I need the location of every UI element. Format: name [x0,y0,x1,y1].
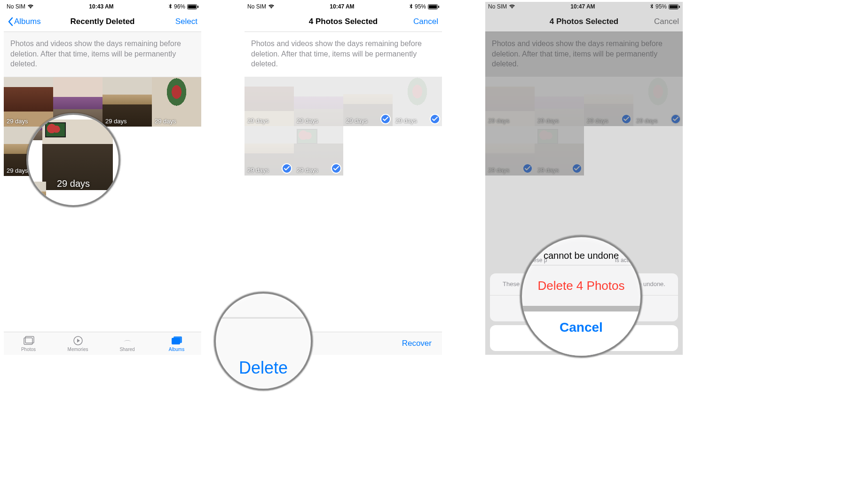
photo-thumb[interactable]: 29 days [343,77,393,126]
cancel-label: Cancel [413,17,438,26]
info-text: Photos and videos show the days remainin… [245,32,442,77]
days-label: 29 days [247,117,269,124]
delete-photos-label: Delete 4 Photos [522,265,640,306]
albums-icon [171,335,183,346]
nav-bar: 4 Photos Selected Cancel [485,11,683,32]
days-label: 29 days [155,118,176,125]
days-label: 29 days [346,117,368,124]
photo-thumb[interactable]: 29 days [103,77,152,127]
carrier-label: No SIM [247,3,266,10]
photos-icon [23,335,35,346]
photo-thumb[interactable]: 29 days [535,126,584,176]
days-label: 29 days [537,167,559,174]
photo-thumb[interactable]: 29 days [245,126,294,176]
photo-thumb[interactable]: 29 days [4,77,53,127]
recover-button[interactable]: Recover [402,339,432,348]
carrier-label: No SIM [7,3,25,10]
info-text: Photos and videos show the days remainin… [485,32,683,77]
photo-thumb[interactable]: 29 days [152,77,201,127]
status-bar: No SIM 10:47 AM 95% [245,2,442,11]
days-label: 29 days [297,167,318,174]
tab-memories[interactable]: Memories [53,332,103,355]
page-title: 4 Photos Selected [286,17,401,26]
checkmark-icon [430,114,440,124]
status-time: 10:47 AM [330,3,354,10]
photo-thumb[interactable]: 29 days [485,77,535,126]
tab-label: Memories [68,347,88,352]
photo-grid: 29 days 29 days 29 days 29 days 29 days … [485,77,683,176]
magnifier-callout: Delete [214,292,313,391]
days-label: 29 days [297,117,318,124]
tab-label: Photos [21,347,36,352]
days-label: 29 days [587,117,608,124]
status-time: 10:47 AM [570,3,595,10]
sheet-message-fragment: cannot be undone [544,250,619,261]
status-time: 10:43 AM [89,3,113,10]
svg-rect-1 [197,6,198,8]
svg-rect-2 [188,5,196,8]
checkmark-icon [380,114,391,124]
checkmark-icon [621,114,631,124]
checkmark-icon [282,163,292,174]
bluetooth-icon [410,4,413,9]
back-label: Albums [14,17,41,26]
bluetooth-icon [650,4,654,9]
battery-percent: 96% [174,3,185,10]
svg-rect-10 [429,5,437,8]
page-title: 4 Photos Selected [527,17,641,26]
battery-percent: 95% [415,3,426,10]
battery-icon [669,4,680,9]
select-label: Select [175,17,197,26]
checkmark-icon [572,163,582,174]
carrier-label: No SIM [488,3,507,10]
photo-thumb[interactable]: 29 days [393,77,442,126]
battery-icon [187,4,198,9]
delete-label: Delete [239,358,288,378]
days-label: 29 days [488,167,510,174]
status-bar: No SIM 10:43 AM 96% [4,2,201,11]
svg-rect-13 [670,5,678,8]
photo-thumb[interactable]: 29 days [633,77,683,126]
shared-icon [121,335,134,346]
status-bar: No SIM 10:47 AM 95% [485,2,683,11]
magnifier-callout: These p cannot be undone is action Delet… [520,235,642,358]
tab-label: Albums [169,347,184,352]
svg-rect-7 [174,336,182,343]
cancel-button[interactable]: Cancel [413,17,438,26]
checkmark-icon [522,163,533,174]
photo-thumb[interactable]: 29 days [294,126,343,176]
battery-icon [428,4,439,9]
back-button[interactable]: Albums [8,17,41,26]
memories-icon [72,335,84,346]
days-label: 29 days [7,118,28,125]
info-text: Photos and videos show the days remainin… [4,32,201,77]
tab-albums[interactable]: Albums [152,332,201,355]
nav-bar: 4 Photos Selected Cancel [245,11,442,32]
checkmark-icon [331,163,341,174]
tab-bar: Photos Memories Shared Albums [4,332,201,355]
svg-rect-12 [679,6,680,8]
tab-photos[interactable]: Photos [4,332,53,355]
photo-thumb[interactable]: 29 days [535,77,584,126]
photo-thumb[interactable]: 29 days [294,77,343,126]
days-label: 29 days [488,117,510,124]
page-title: Recently Deleted [45,17,160,26]
cancel-button[interactable]: Cancel [654,17,679,26]
nav-bar: Albums Recently Deleted Select [4,11,201,32]
days-label: 29 days [395,117,417,124]
days-label: 29 days [537,117,559,124]
wifi-icon [268,4,275,9]
battery-percent: 95% [655,3,667,10]
photo-thumb[interactable]: 29 days [485,126,535,176]
days-label: 29 days [7,167,28,174]
photo-thumb[interactable]: 29 days [245,77,294,126]
checkmark-icon [671,114,681,124]
magnifier-callout: 29 days days 29 days [26,113,120,207]
photo-grid: 29 days 29 days 29 days 29 days 29 days … [245,77,442,176]
chevron-left-icon [8,17,13,26]
tab-shared[interactable]: Shared [103,332,152,355]
photo-thumb[interactable]: 29 days [584,77,633,126]
select-button[interactable]: Select [175,17,197,26]
tab-label: Shared [119,347,134,352]
wifi-icon [509,4,515,9]
